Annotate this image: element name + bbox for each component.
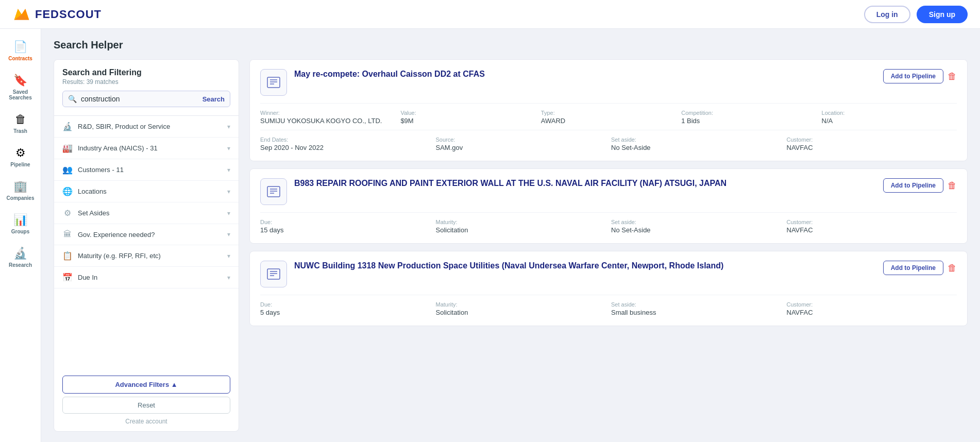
filter-item-locations[interactable]: 🌐 Locations ▾ xyxy=(54,181,239,202)
search-input[interactable] xyxy=(77,91,202,107)
filter-item-rd-sbir[interactable]: 🔬 R&D, SBIR, Product or Service ▾ xyxy=(54,116,239,138)
nav-buttons: Log in Sign up xyxy=(864,6,968,23)
sidebar-item-contracts[interactable]: 📄Contracts xyxy=(1,35,40,66)
filter-list: 🔬 R&D, SBIR, Product or Service ▾ 🏭 Indu… xyxy=(54,116,239,370)
card-actions: Add to Pipeline 🗑 xyxy=(883,69,957,83)
meta-item-r2-3: Customer:NAVFAC xyxy=(787,137,957,151)
sidebar-item-saved-searches[interactable]: 🔖Saved Searches xyxy=(1,69,40,106)
login-button[interactable]: Log in xyxy=(864,6,910,23)
sidebar-item-trash[interactable]: 🗑Trash xyxy=(1,108,40,139)
filter-panel-header: Search and Filtering Results: 39 matches… xyxy=(54,60,239,116)
filter-icon-set-asides: ⚙ xyxy=(62,208,73,218)
card-actions: Add to Pipeline 🗑 xyxy=(883,178,957,193)
search-icon: 🔍 xyxy=(68,95,77,103)
chevron-down-icon: ▾ xyxy=(227,252,230,260)
filter-label-customers: Customers - 11 xyxy=(78,166,124,174)
contract-card-2: NUWC Building 1318 New Production Space … xyxy=(249,251,968,326)
sidebar-item-research[interactable]: 🔬Research xyxy=(1,242,40,273)
create-account-link[interactable]: Create account xyxy=(54,418,239,431)
delete-button-0[interactable]: 🗑 xyxy=(948,71,957,82)
meta-item-1: Value:$9M xyxy=(400,110,535,125)
meta-item-r2-1: Source:SAM.gov xyxy=(436,137,606,151)
svg-rect-3 xyxy=(267,77,280,88)
card-top: May re-compete: Overhaul Caisson DD2 at … xyxy=(260,69,957,96)
filter-icon-rd-sbir: 🔬 xyxy=(62,122,73,131)
sidebar-item-label: Groups xyxy=(11,229,30,234)
filter-item-gov-exp[interactable]: 🏛 Gov. Experience needed? ▾ xyxy=(54,224,239,245)
sidebar-item-label: Companies xyxy=(7,195,35,201)
svg-rect-11 xyxy=(267,269,280,279)
top-navigation: FEDSCOUT Log in Sign up xyxy=(0,0,980,29)
chevron-down-icon: ▾ xyxy=(227,166,230,174)
filter-left: 🔬 R&D, SBIR, Product or Service xyxy=(62,122,170,131)
card-meta: Due:15 daysMaturity:SolicitationSet asid… xyxy=(260,212,957,234)
filter-item-customers[interactable]: 👥 Customers - 11 ▾ xyxy=(54,159,239,181)
trash-icon: 🗑 xyxy=(15,113,26,126)
filter-left: 📋 Maturity (e.g. RFP, RFI, etc) xyxy=(62,251,161,261)
add-to-pipeline-button-1[interactable]: Add to Pipeline xyxy=(883,178,943,193)
filter-left: 🌐 Locations xyxy=(62,186,107,196)
filter-icon-maturity: 📋 xyxy=(62,251,73,261)
search-button[interactable]: Search xyxy=(202,93,225,105)
card-meta-row1: Winner:SUMIJU YOKOSUKA KOGYO CO., LTD.Va… xyxy=(260,103,957,125)
results-count: Results: 39 matches xyxy=(62,78,230,86)
meta-item-1: Maturity:Solicitation xyxy=(436,219,606,234)
filter-label-set-asides: Set Asides xyxy=(78,209,109,217)
sidebar-item-pipeline[interactable]: ⚙Pipeline xyxy=(1,141,40,173)
advanced-filters-button[interactable]: Advanced Filters ▲ xyxy=(62,376,230,394)
pipeline-icon: ⚙ xyxy=(15,146,26,160)
chevron-down-icon: ▾ xyxy=(227,210,230,217)
filter-icon-gov-exp: 🏛 xyxy=(62,230,73,239)
contract-icon xyxy=(260,261,287,287)
filter-item-set-asides[interactable]: ⚙ Set Asides ▾ xyxy=(54,202,239,224)
contract-title-0: May re-compete: Overhaul Caisson DD2 at … xyxy=(294,69,485,80)
logo-text: FEDSCOUT xyxy=(35,8,102,21)
card-meta: Due:5 daysMaturity:SolicitationSet aside… xyxy=(260,295,957,316)
chevron-down-icon: ▾ xyxy=(227,231,230,238)
meta-item-0: Due:15 days xyxy=(260,219,431,234)
add-to-pipeline-button-2[interactable]: Add to Pipeline xyxy=(883,261,943,275)
chevron-down-icon: ▾ xyxy=(227,188,230,195)
chevron-down-icon: ▾ xyxy=(227,123,230,130)
filter-label-maturity: Maturity (e.g. RFP, RFI, etc) xyxy=(78,252,161,260)
filter-left: 👥 Customers - 11 xyxy=(62,165,124,175)
card-actions: Add to Pipeline 🗑 xyxy=(883,261,957,275)
filter-icon-locations: 🌐 xyxy=(62,186,73,196)
meta-item-0: Winner:SUMIJU YOKOSUKA KOGYO CO., LTD. xyxy=(260,110,395,125)
filter-item-maturity[interactable]: 📋 Maturity (e.g. RFP, RFI, etc) ▾ xyxy=(54,245,239,267)
card-top: B983 REPAIR ROOFING AND PAINT EXTERIOR W… xyxy=(260,178,957,205)
filter-label-industry: Industry Area (NAICS) - 31 xyxy=(78,144,158,152)
delete-button-1[interactable]: 🗑 xyxy=(948,180,957,191)
reset-button[interactable]: Reset xyxy=(62,397,230,414)
svg-rect-7 xyxy=(267,186,280,197)
sidebar-item-label: Contracts xyxy=(8,56,32,61)
meta-item-r2-0: End Dates:Sep 2020 - Nov 2022 xyxy=(260,137,431,151)
card-top: NUWC Building 1318 New Production Space … xyxy=(260,261,957,287)
sidebar-item-label: Pipeline xyxy=(10,162,30,167)
filter-left: 🏭 Industry Area (NAICS) - 31 xyxy=(62,143,158,153)
card-left: B983 REPAIR ROOFING AND PAINT EXTERIOR W… xyxy=(260,178,726,205)
logo[interactable]: FEDSCOUT xyxy=(12,5,102,24)
filter-item-due-in[interactable]: 📅 Due In ▾ xyxy=(54,267,239,288)
contract-card-0: May re-compete: Overhaul Caisson DD2 at … xyxy=(249,59,968,161)
add-to-pipeline-button-0[interactable]: Add to Pipeline xyxy=(883,69,943,83)
filter-left: 📅 Due In xyxy=(62,273,97,282)
filter-panel: Search and Filtering Results: 39 matches… xyxy=(54,59,239,432)
meta-item-0: Due:5 days xyxy=(260,301,431,316)
saved-searches-icon: 🔖 xyxy=(13,74,27,87)
filter-icon-due-in: 📅 xyxy=(62,273,73,282)
sidebar-item-groups[interactable]: 📊Groups xyxy=(1,208,40,240)
companies-icon: 🏢 xyxy=(13,180,27,193)
filter-left: 🏛 Gov. Experience needed? xyxy=(62,230,155,239)
sidebar-item-companies[interactable]: 🏢Companies xyxy=(1,175,40,206)
filter-icon-industry: 🏭 xyxy=(62,143,73,153)
delete-button-2[interactable]: 🗑 xyxy=(948,263,957,274)
filter-label-rd-sbir: R&D, SBIR, Product or Service xyxy=(78,123,170,130)
filter-panel-title: Search and Filtering xyxy=(62,68,230,77)
meta-item-r2-2: Set aside:No Set-Aside xyxy=(611,137,782,151)
chevron-down-icon: ▾ xyxy=(227,274,230,281)
signup-button[interactable]: Sign up xyxy=(917,6,968,23)
page-title: Search Helper xyxy=(54,39,968,51)
contract-title-2: NUWC Building 1318 New Production Space … xyxy=(294,261,723,271)
filter-item-industry[interactable]: 🏭 Industry Area (NAICS) - 31 ▾ xyxy=(54,138,239,159)
